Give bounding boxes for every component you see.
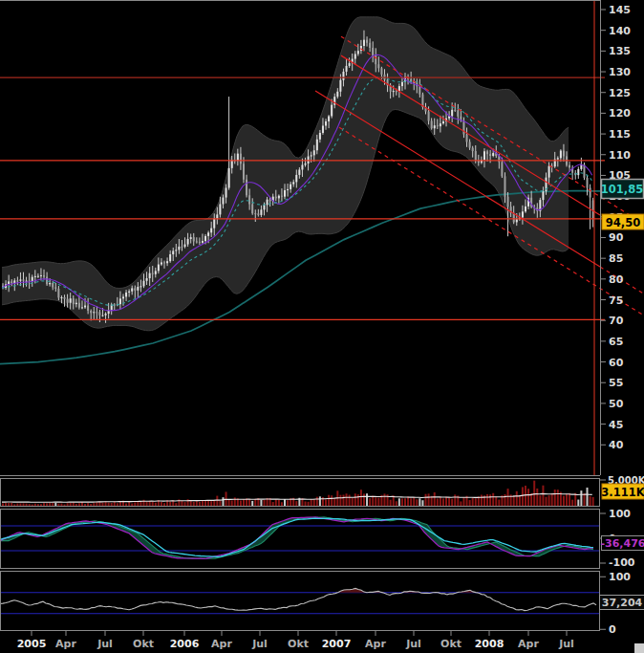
price-tick-label: 50 — [609, 398, 624, 410]
indicator-price-tag: 101,85 — [601, 180, 644, 199]
year-label: 2005 — [17, 638, 47, 650]
price-tick-label: 55 — [609, 377, 623, 389]
price-tick-label: 130 — [609, 66, 631, 78]
month-label: Apr — [518, 638, 539, 650]
rsi-value: 37,204 — [602, 597, 643, 609]
rsi-tag: 37,204 — [600, 596, 644, 610]
rsi-tick-label: 100 — [609, 571, 631, 583]
month-label: Okt — [288, 638, 309, 650]
price-tick-label: 70 — [609, 315, 624, 327]
price-tick-label: 85 — [609, 252, 623, 265]
last-price-value: 94,50 — [606, 216, 640, 229]
last-price-tag: 94,50 — [602, 214, 644, 229]
year-label: 2007 — [322, 638, 352, 650]
rsi-tick-label: 0 — [609, 623, 616, 636]
price-tick-label: 110 — [609, 149, 631, 162]
price-tick-label: 90 — [609, 231, 624, 244]
year-label: 2008 — [475, 638, 504, 650]
month-label: Jul — [405, 638, 421, 650]
oscillator-value: -36,476 — [600, 537, 644, 550]
main-chart-panel[interactable] — [0, 0, 644, 653]
month-label: Jul — [251, 638, 268, 650]
resize-grip — [634, 643, 644, 653]
year-label: 2006 — [170, 638, 200, 650]
price-tick-label: 45 — [609, 419, 623, 431]
price-tick-label: 115 — [609, 128, 631, 141]
month-label: Apr — [365, 638, 386, 650]
indicator-price-value: 101,85 — [601, 183, 643, 196]
trading-chart: 4045505560657075808590951001051101151201… — [0, 0, 644, 653]
volume-tag: 3.111K — [601, 484, 644, 499]
month-label: Okt — [440, 638, 462, 650]
price-tick-label: 145 — [609, 4, 631, 16]
price-tick-label: 140 — [609, 25, 631, 37]
month-label: Okt — [133, 638, 154, 650]
price-tick-label: 125 — [609, 87, 631, 99]
price-tick-label: 65 — [609, 336, 623, 348]
price-tick-label: 60 — [609, 357, 624, 369]
month-label: Jul — [97, 638, 113, 650]
price-tick-label: 135 — [609, 45, 631, 57]
month-label: Jul — [558, 638, 574, 650]
month-label: Apr — [211, 638, 232, 650]
osc-tick-label: 100 — [609, 508, 631, 520]
price-tick-label: 75 — [609, 294, 623, 307]
price-tick-label: 80 — [609, 273, 624, 286]
volume-value: 3.111K — [601, 486, 644, 499]
price-tick-label: 40 — [609, 439, 624, 451]
osc-tick-label: -100 — [609, 556, 635, 569]
oscillator-tag: -36,476 — [600, 536, 644, 551]
price-tick-label: 120 — [609, 107, 631, 120]
month-label: Apr — [55, 638, 76, 650]
